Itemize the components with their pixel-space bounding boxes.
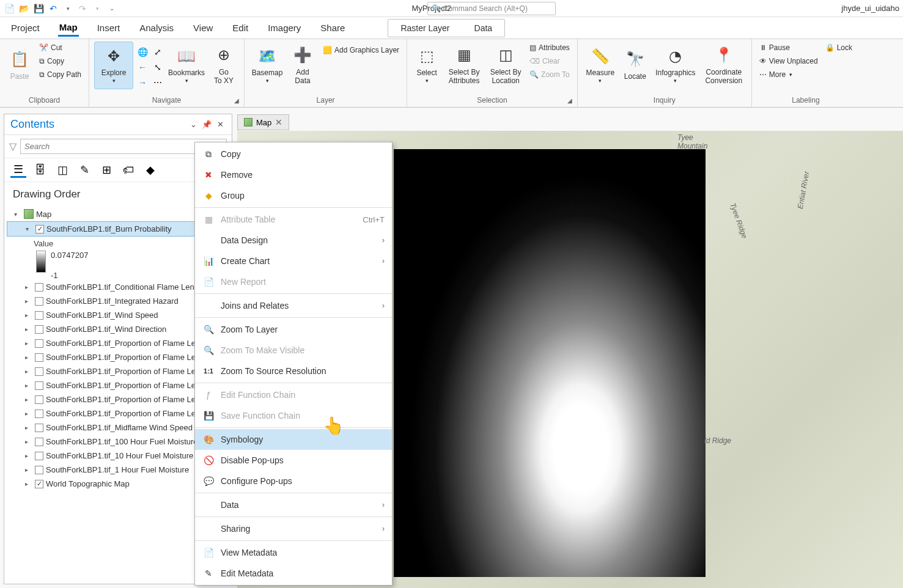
expand-icon[interactable]: ▸: [25, 410, 32, 417]
open-project-icon[interactable]: 📂: [18, 3, 29, 14]
expand-icon[interactable]: ▸: [25, 382, 32, 389]
expand-icon[interactable]: ▸: [25, 466, 32, 473]
close-icon[interactable]: ✕: [275, 117, 282, 127]
menu-configure-popups[interactable]: 💬Configure Pop-ups: [195, 471, 392, 491]
tab-imagery[interactable]: Imagery: [267, 20, 302, 35]
list-by-editing-icon[interactable]: ✎: [76, 162, 92, 178]
expand-icon[interactable]: ▸: [25, 396, 32, 403]
tab-insert[interactable]: Insert: [96, 20, 122, 35]
bookmarks-button[interactable]: 📖 Bookmarks ▾: [167, 42, 206, 89]
undo-icon[interactable]: ↶: [48, 3, 59, 14]
expand-icon[interactable]: ▸: [25, 438, 32, 445]
next-extent-icon[interactable]: →: [136, 76, 149, 89]
expand-icon[interactable]: ▸: [25, 326, 32, 333]
menu-data-design[interactable]: Data Design›: [195, 230, 392, 251]
pin-icon[interactable]: 📌: [201, 119, 212, 130]
copy-button[interactable]: ⧉Copy: [37, 55, 84, 67]
tab-project[interactable]: Project: [10, 20, 41, 35]
command-search-input[interactable]: 🔍 Command Search (Alt+Q): [427, 2, 556, 15]
zoom-to-selection-button[interactable]: 🔍Zoom To: [527, 68, 572, 81]
menu-group[interactable]: ◆Group: [195, 185, 392, 206]
expand-icon[interactable]: ▸: [25, 312, 32, 318]
layer-checkbox[interactable]: [35, 395, 43, 404]
undo-dropdown-icon[interactable]: ▾: [62, 3, 73, 14]
pause-labeling-button[interactable]: ⏸Pause: [757, 42, 820, 54]
paste-button[interactable]: 📋 Paste: [5, 42, 34, 89]
expand-icon[interactable]: ▸: [25, 452, 32, 459]
close-icon[interactable]: ✕: [215, 119, 226, 130]
layer-checkbox[interactable]: [35, 325, 43, 334]
list-by-selection-icon[interactable]: ◫: [54, 162, 70, 178]
copy-path-button[interactable]: ⧉Copy Path: [37, 68, 84, 81]
select-by-attributes-button[interactable]: ▦ Select By Attributes: [444, 42, 484, 89]
layer-checkbox[interactable]: [35, 367, 43, 376]
selection-dialog-launcher[interactable]: ◢: [567, 97, 576, 106]
list-by-labeling-icon[interactable]: 🏷: [120, 162, 136, 178]
menu-zoom-source-resolution[interactable]: 1:1Zoom To Source Resolution: [195, 361, 392, 381]
tab-edit[interactable]: Edit: [231, 20, 249, 35]
nav-more-icon[interactable]: ⋯: [151, 76, 164, 89]
fixed-zoom-in-icon[interactable]: ⤢: [151, 45, 164, 59]
full-extent-icon[interactable]: 🌐: [136, 45, 149, 59]
layer-checkbox[interactable]: ✓: [35, 225, 44, 233]
redo-dropdown-icon[interactable]: ▾: [92, 3, 103, 14]
clear-selection-button[interactable]: ⌫Clear: [527, 55, 572, 67]
menu-remove[interactable]: ✖Remove: [195, 164, 392, 185]
measure-button[interactable]: 📏 Measure ▾: [583, 42, 618, 89]
fixed-zoom-out-icon[interactable]: ⤡: [151, 61, 164, 74]
expand-icon[interactable]: ▾: [26, 226, 33, 232]
layer-checkbox[interactable]: [35, 339, 43, 348]
expand-icon[interactable]: ▸: [25, 480, 32, 487]
user-name[interactable]: jhyde_ui_uidaho: [841, 4, 899, 13]
pane-menu-icon[interactable]: ⌄: [188, 119, 199, 130]
menu-data[interactable]: Data›: [195, 494, 392, 515]
layer-checkbox[interactable]: [35, 283, 43, 292]
tab-share[interactable]: Share: [319, 20, 346, 35]
menu-create-chart[interactable]: 📊Create Chart›: [195, 251, 392, 271]
layer-checkbox[interactable]: [35, 424, 43, 432]
layer-checkbox[interactable]: [35, 466, 43, 474]
prev-extent-icon[interactable]: ←: [136, 61, 149, 74]
more-labeling-button[interactable]: ⋯More▾: [757, 68, 820, 81]
explore-button[interactable]: ✥ Explore ▾: [94, 42, 133, 89]
tab-analysis[interactable]: Analysis: [138, 20, 175, 35]
select-by-location-button[interactable]: ◫ Select By Location: [487, 42, 525, 89]
navigate-dialog-launcher[interactable]: ◢: [234, 97, 243, 106]
coordinate-conversion-button[interactable]: 📍 Coordinate Conversion: [701, 42, 746, 89]
add-data-button[interactable]: ➕ Add Data: [287, 42, 318, 89]
menu-symbology[interactable]: 🎨Symbology: [195, 429, 392, 450]
tab-map[interactable]: Map: [58, 20, 79, 37]
save-icon[interactable]: 💾: [33, 3, 44, 14]
layer-checkbox[interactable]: [35, 311, 43, 320]
expand-icon[interactable]: ▸: [25, 298, 32, 304]
locate-button[interactable]: 🔭 Locate: [621, 42, 650, 89]
layer-checkbox[interactable]: [35, 452, 43, 460]
list-by-snapping-icon[interactable]: ⊞: [98, 162, 114, 178]
expand-icon[interactable]: ▾: [14, 211, 21, 218]
layer-checkbox[interactable]: [35, 381, 43, 390]
menu-edit-metadata[interactable]: ✎Edit Metadata: [195, 563, 392, 584]
list-by-source-icon[interactable]: 🗄: [32, 162, 48, 178]
add-graphics-layer-button[interactable]: 🟨Add Graphics Layer: [320, 44, 402, 56]
context-tab-data[interactable]: Data: [462, 20, 505, 37]
layer-checkbox[interactable]: [35, 297, 43, 306]
infographics-button[interactable]: ◔ Infographics ▾: [652, 42, 699, 89]
expand-icon[interactable]: ▸: [25, 424, 32, 431]
menu-copy[interactable]: ⧉Copy: [195, 144, 392, 164]
map-view-tab[interactable]: Map ✕: [237, 114, 289, 130]
layer-checkbox[interactable]: [35, 353, 43, 362]
list-by-perspective-icon[interactable]: ◆: [142, 162, 158, 178]
basemap-button[interactable]: 🗺️ Basemap ▾: [249, 42, 285, 89]
menu-view-metadata[interactable]: 📄View Metadata: [195, 542, 392, 563]
menu-joins-relates[interactable]: Joins and Relates›: [195, 295, 392, 316]
expand-icon[interactable]: ▸: [25, 284, 32, 290]
goto-xy-button[interactable]: ⊕ Go To XY: [208, 42, 239, 89]
list-by-drawing-order-icon[interactable]: ☰: [10, 162, 26, 178]
attributes-button[interactable]: ▤Attributes: [527, 42, 572, 54]
layer-checkbox[interactable]: ✓: [35, 480, 43, 488]
layer-checkbox[interactable]: [35, 438, 43, 446]
menu-sharing[interactable]: Sharing›: [195, 518, 392, 539]
tab-view[interactable]: View: [192, 20, 214, 35]
expand-icon[interactable]: ▸: [25, 354, 32, 361]
new-project-icon[interactable]: 📄: [4, 3, 15, 14]
